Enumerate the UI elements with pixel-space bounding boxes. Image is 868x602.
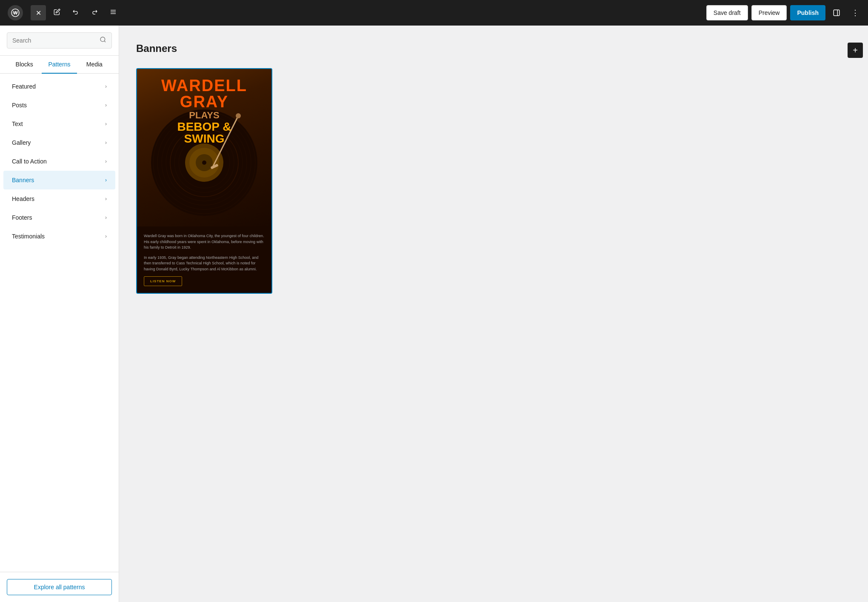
banner-bottom: Wardell Gray was born in Oklahoma City, … bbox=[137, 226, 271, 293]
banner-plays: PLAYS bbox=[137, 110, 271, 121]
sidebar-item-call-to-action[interactable]: Call to Action › bbox=[3, 152, 115, 171]
content-area: Banners WARDELL GRAY PLAYS BEBOP & SWING bbox=[119, 26, 842, 602]
banner-bebop: BEBOP & bbox=[137, 121, 271, 133]
edit-button[interactable] bbox=[49, 5, 65, 20]
toolbar: W ✕ bbox=[0, 0, 868, 26]
plus-icon: + bbox=[853, 46, 858, 55]
banner-artist-name2: GRAY bbox=[137, 94, 271, 110]
sidebar-toggle-button[interactable] bbox=[829, 5, 844, 20]
main-layout: Blocks Patterns Media Featured › Posts ›… bbox=[0, 26, 868, 602]
chevron-icon: › bbox=[105, 102, 107, 108]
category-list: Featured › Posts › Text › Gallery › Call… bbox=[0, 74, 119, 572]
preview-button[interactable]: Preview bbox=[751, 5, 787, 20]
svg-point-20 bbox=[202, 161, 206, 165]
wp-logo-icon: W bbox=[8, 5, 23, 20]
tab-blocks[interactable]: Blocks bbox=[7, 56, 42, 74]
explore-btn-container: Explore all patterns bbox=[0, 572, 119, 602]
undo-button[interactable] bbox=[68, 5, 83, 20]
list-view-button[interactable] bbox=[106, 5, 121, 20]
banner-image-area: WARDELL GRAY PLAYS BEBOP & SWING bbox=[137, 69, 271, 226]
chevron-icon: › bbox=[105, 177, 107, 183]
right-panel: + bbox=[842, 26, 868, 602]
redo-icon bbox=[91, 9, 98, 17]
chevron-icon: › bbox=[105, 140, 107, 146]
close-icon: ✕ bbox=[36, 9, 41, 17]
close-button[interactable]: ✕ bbox=[31, 5, 46, 20]
more-options-icon: ⋮ bbox=[851, 8, 859, 17]
search-input[interactable] bbox=[12, 37, 96, 44]
sidebar-item-posts[interactable]: Posts › bbox=[3, 96, 115, 115]
listen-now-button[interactable]: LISTEN NOW bbox=[144, 276, 182, 286]
svg-text:W: W bbox=[13, 10, 18, 15]
banner-text-overlay: WARDELL GRAY PLAYS BEBOP & SWING bbox=[137, 77, 271, 145]
svg-line-8 bbox=[104, 41, 106, 42]
banner-swing: SWING bbox=[137, 133, 271, 145]
search-box bbox=[7, 32, 112, 49]
more-options-button[interactable]: ⋮ bbox=[848, 5, 863, 20]
explore-all-patterns-button[interactable]: Explore all patterns bbox=[7, 579, 112, 595]
pencil-icon bbox=[54, 9, 60, 17]
banner-description-1: Wardell Gray was born in Oklahoma City, … bbox=[144, 233, 265, 251]
sidebar-item-text[interactable]: Text › bbox=[3, 115, 115, 133]
chevron-icon: › bbox=[105, 83, 107, 89]
chevron-icon: › bbox=[105, 121, 107, 127]
svg-point-7 bbox=[100, 37, 105, 42]
wp-logo[interactable]: W bbox=[5, 0, 26, 26]
search-icon[interactable] bbox=[100, 36, 106, 45]
chevron-icon: › bbox=[105, 158, 107, 164]
tab-media[interactable]: Media bbox=[77, 56, 112, 74]
redo-button[interactable] bbox=[87, 5, 102, 20]
sidebar-item-footers[interactable]: Footers › bbox=[3, 208, 115, 227]
undo-icon bbox=[72, 9, 79, 17]
svg-rect-5 bbox=[834, 10, 839, 16]
search-container bbox=[0, 26, 119, 56]
add-block-button[interactable]: + bbox=[848, 43, 863, 58]
chevron-icon: › bbox=[105, 215, 107, 221]
banner-artist-name: WARDELL bbox=[137, 77, 271, 94]
save-draft-button[interactable]: Save draft bbox=[706, 5, 748, 20]
publish-button[interactable]: Publish bbox=[790, 5, 825, 20]
list-icon bbox=[110, 9, 117, 17]
sidebar-item-featured[interactable]: Featured › bbox=[3, 77, 115, 96]
chevron-icon: › bbox=[105, 196, 107, 202]
tabs: Blocks Patterns Media bbox=[0, 56, 119, 74]
banner-card[interactable]: WARDELL GRAY PLAYS BEBOP & SWING bbox=[136, 68, 272, 294]
sidebar-item-testimonials[interactable]: Testimonials › bbox=[3, 227, 115, 246]
sidebar-item-banners[interactable]: Banners › bbox=[3, 171, 115, 189]
sidebar-item-headers[interactable]: Headers › bbox=[3, 189, 115, 208]
sidebar: Blocks Patterns Media Featured › Posts ›… bbox=[0, 26, 119, 602]
tab-patterns[interactable]: Patterns bbox=[42, 56, 77, 74]
chevron-icon: › bbox=[105, 233, 107, 239]
banner-description-2: In early 1935, Gray began attending Nort… bbox=[144, 255, 265, 272]
sidebar-item-gallery[interactable]: Gallery › bbox=[3, 133, 115, 152]
page-title: Banners bbox=[136, 43, 177, 54]
